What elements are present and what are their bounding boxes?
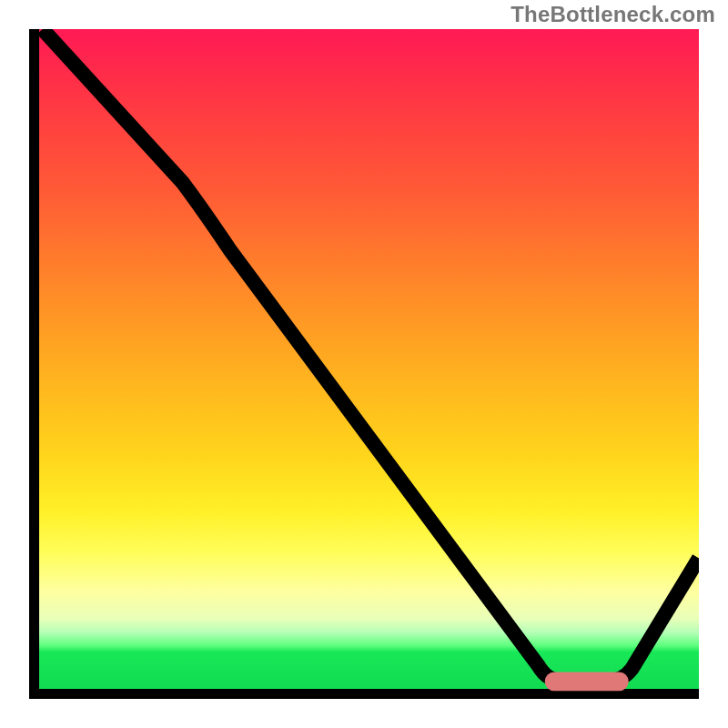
optimal-zone-marker [545,672,629,692]
chart-container: TheBottleneck.com [0,0,728,728]
bottleneck-curve [43,29,699,681]
watermark-label: TheBottleneck.com [511,2,715,27]
plot-svg [29,29,699,699]
plot-area [29,29,699,699]
